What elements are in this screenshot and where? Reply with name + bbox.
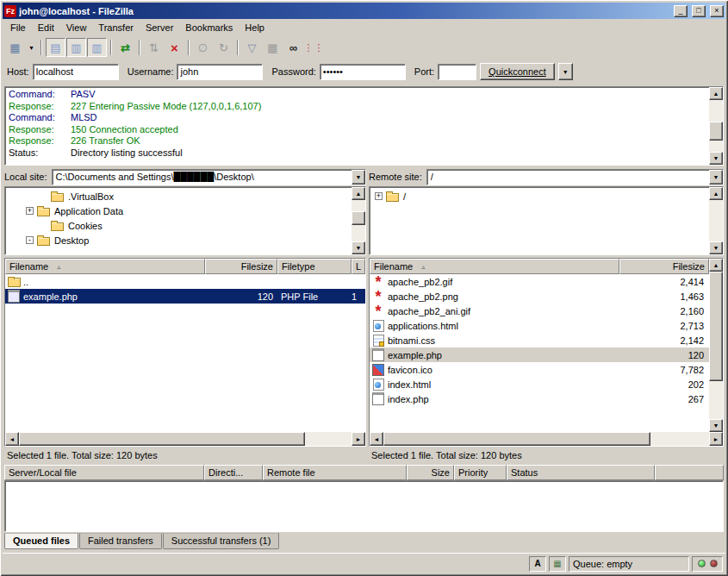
queue-column-direction[interactable]: Directi... — [204, 465, 263, 480]
password-input[interactable] — [320, 64, 406, 80]
scroll-down-button[interactable]: ▼ — [709, 419, 723, 432]
scroll-down-button[interactable]: ▼ — [709, 241, 723, 254]
menu-view[interactable]: View — [60, 21, 93, 34]
remote-tree-toggle-button[interactable]: ▥ — [87, 38, 107, 57]
remote-site-combobox[interactable]: / ▼ — [426, 169, 724, 185]
menu-transfer[interactable]: Transfer — [92, 21, 140, 34]
tree-expander[interactable]: - — [26, 236, 34, 244]
column-header-lastmodified[interactable]: L — [352, 259, 365, 274]
scroll-up-button[interactable]: ▲ — [352, 187, 365, 200]
process-queue-button[interactable]: ⇅ — [144, 38, 164, 57]
disconnect-button[interactable]: ∅ — [193, 38, 213, 57]
scroll-up-button[interactable]: ▲ — [709, 187, 723, 200]
cancel-button[interactable]: × — [165, 38, 184, 57]
local-tree-toggle-button[interactable]: ▥ — [66, 38, 86, 57]
menu-bookmarks[interactable]: Bookmarks — [179, 21, 239, 34]
column-header-filename[interactable]: Filename ▵ — [370, 259, 619, 274]
refresh-button[interactable]: ⇄ — [115, 38, 135, 57]
scroll-thumb[interactable] — [19, 432, 305, 446]
scroll-right-button[interactable]: ► — [352, 432, 365, 446]
file-row[interactable]: apache_pb2_ani.gif 2,160 — [370, 304, 709, 318]
file-row[interactable]: bitnami.css 2,142 — [370, 333, 709, 347]
tree-item[interactable]: + / — [370, 189, 709, 203]
local-site-row: Local site: C:\Documents and Settings\██… — [4, 167, 366, 186]
file-row-selected[interactable]: example.php 120 — [370, 347, 709, 362]
file-row[interactable]: applications.html 2,713 — [370, 318, 709, 333]
file-row-selected[interactable]: example.php 120 PHP File 1 — [5, 289, 365, 304]
maximize-button[interactable]: □ — [692, 5, 706, 17]
local-list-hscrollbar[interactable]: ◄ ► — [5, 432, 365, 446]
scroll-left-button[interactable]: ◄ — [370, 432, 383, 446]
scroll-track[interactable] — [709, 272, 723, 419]
queue-column-size[interactable]: Size — [407, 465, 454, 480]
reconnect-button[interactable]: ↻ — [214, 38, 233, 57]
column-header-filetype[interactable]: Filetype — [277, 259, 352, 274]
tab-successful-transfers[interactable]: Successful transfers (1) — [163, 533, 280, 549]
local-site-combobox[interactable]: C:\Documents and Settings\██████\Desktop… — [52, 169, 366, 185]
close-button[interactable]: × — [710, 5, 724, 17]
scroll-thumb[interactable] — [709, 122, 723, 141]
remote-list-scrollbar[interactable]: ▲ ▼ — [709, 259, 723, 432]
scroll-up-button[interactable]: ▲ — [709, 259, 723, 272]
file-row[interactable]: favicon.ico 7,782 — [370, 362, 709, 377]
tab-queued-files[interactable]: Queued files — [4, 533, 78, 549]
scroll-down-button[interactable]: ▼ — [352, 241, 365, 254]
menu-server[interactable]: Server — [140, 21, 179, 34]
site-manager-button[interactable]: ▦ — [5, 38, 25, 57]
remote-list-hscrollbar[interactable]: ◄ ► — [370, 432, 723, 446]
tree-item[interactable]: + Application Data — [5, 203, 352, 218]
column-header-filesize[interactable]: Filesize — [205, 259, 277, 274]
minimize-button[interactable]: _ — [674, 5, 688, 17]
tree-item[interactable]: .VirtualBox — [5, 189, 352, 203]
file-row[interactable]: index.php 267 — [370, 391, 709, 406]
title-bar[interactable]: Fz john@localhost - FileZilla _ □ × — [3, 3, 725, 19]
menu-edit[interactable]: Edit — [32, 21, 60, 34]
queue-column-status[interactable]: Status — [507, 465, 655, 480]
scroll-right-button[interactable]: ► — [709, 432, 723, 446]
file-row[interactable]: apache_pb2.png 1,463 — [370, 289, 709, 304]
host-input[interactable] — [33, 64, 119, 80]
port-input[interactable] — [438, 64, 476, 80]
scroll-up-button[interactable]: ▲ — [709, 87, 723, 100]
column-header-filename[interactable]: Filename ▵ — [5, 259, 205, 274]
file-row[interactable]: index.html 202 — [370, 377, 709, 391]
scroll-left-button[interactable]: ◄ — [5, 432, 19, 446]
file-row[interactable]: apache_pb2.gif 2,414 — [370, 274, 709, 289]
scroll-thumb[interactable] — [352, 211, 365, 224]
tree-expander[interactable]: + — [375, 192, 383, 200]
queue-column-server-local-file[interactable]: Server/Local file — [4, 465, 204, 480]
scroll-track[interactable] — [19, 432, 352, 446]
compare-button[interactable]: ▦ — [263, 38, 283, 57]
menu-file[interactable]: File — [4, 21, 32, 34]
menu-help[interactable]: Help — [239, 21, 271, 34]
username-input[interactable] — [177, 64, 263, 80]
settings-button[interactable]: ⋮⋮ — [304, 38, 324, 57]
combo-dropdown-button[interactable]: ▼ — [709, 170, 723, 185]
message-log-toggle-button[interactable]: ▤ — [46, 38, 65, 57]
find-button[interactable]: ∞ — [283, 38, 303, 57]
queue-column-priority[interactable]: Priority — [454, 465, 507, 480]
scroll-track[interactable] — [383, 432, 709, 446]
queue-column-remote-file[interactable]: Remote file — [263, 465, 407, 480]
column-header-filesize[interactable]: Filesize — [619, 259, 709, 274]
queue-list-area[interactable] — [4, 480, 724, 532]
tab-failed-transfers[interactable]: Failed transfers — [79, 533, 162, 549]
scroll-track[interactable] — [352, 200, 365, 241]
scroll-track[interactable] — [709, 200, 723, 241]
scroll-thumb[interactable] — [709, 272, 723, 381]
log-scrollbar[interactable]: ▲ ▼ — [709, 87, 723, 165]
tree-item[interactable]: - Desktop — [5, 233, 352, 247]
scroll-down-button[interactable]: ▼ — [709, 152, 723, 165]
site-manager-dropdown-button[interactable]: ▼ — [26, 38, 37, 57]
quickconnect-button[interactable]: Quickconnect — [480, 63, 555, 80]
remote-tree-scrollbar[interactable]: ▲ ▼ — [709, 187, 723, 254]
combo-dropdown-button[interactable]: ▼ — [352, 170, 365, 185]
file-row[interactable]: .. — [5, 274, 365, 289]
local-tree-scrollbar[interactable]: ▲ ▼ — [352, 187, 365, 254]
tree-item[interactable]: Cookies — [5, 218, 352, 233]
filter-button[interactable]: ▽ — [242, 38, 262, 57]
quickconnect-dropdown-button[interactable]: ▼ — [558, 63, 573, 80]
tree-expander[interactable]: + — [26, 207, 34, 215]
scroll-track[interactable] — [709, 100, 723, 152]
scroll-thumb[interactable] — [383, 432, 650, 446]
